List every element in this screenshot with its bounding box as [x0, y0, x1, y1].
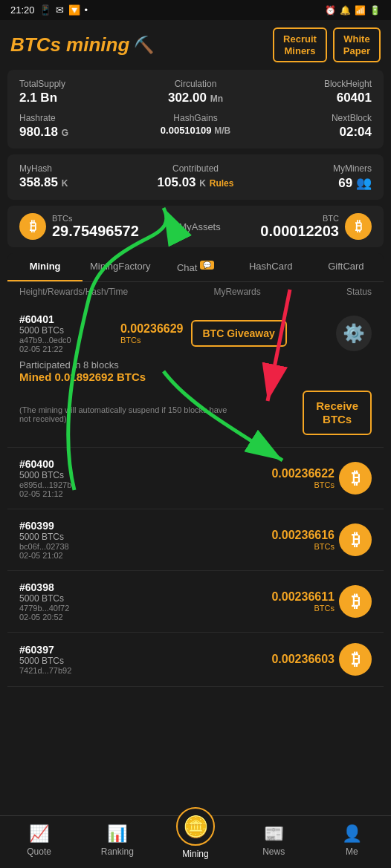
row-btcs-0: 5000 BTCs	[19, 470, 71, 480]
row-hash-3: 7421d...77b92	[19, 666, 71, 675]
recruit-miners-button[interactable]: RecruitMiners	[273, 27, 327, 62]
nav-me-label: Me	[346, 846, 358, 857]
row-num-0: #60400	[19, 458, 71, 470]
bottom-nav: 📈 Quote 📊 Ranking 🪙 Mining 📰 News 👤 Me	[0, 815, 391, 868]
row-amount-1: 0.00236616	[271, 529, 335, 542]
btc-giveaway-button[interactable]: BTC Giveaway	[191, 320, 287, 347]
row-left-0: #60400 5000 BTCs e895d...1927b 02-05 21:…	[19, 458, 71, 498]
nav-me[interactable]: 👤 Me	[313, 824, 391, 857]
my-miners-label: MyMiners	[257, 163, 372, 174]
tab-mining-factory[interactable]: MiningFactory	[83, 253, 158, 281]
nav-news-label: News	[262, 846, 285, 857]
row-hash-2: 4779b...40f72	[19, 604, 69, 613]
news-icon: 📰	[264, 824, 284, 843]
hashrate-stat: Hashrate 980.18 G	[19, 113, 135, 140]
nav-ranking[interactable]: 📊 Ranking	[78, 824, 156, 857]
email-icon: ✉	[56, 4, 64, 16]
tab-giftcard[interactable]: GiftCard	[308, 253, 384, 281]
nav-mining-label: Mining	[182, 849, 208, 859]
my-hash-label: MyHash	[19, 163, 134, 174]
my-hash-section: MyHash 358.85 K Contributed 105.03 K Rul…	[7, 154, 384, 200]
receive-row: (The mining will automatically suspend i…	[19, 391, 372, 435]
giveaway-top: #60401 5000 BTCs a47b9...0edc0 02-05 21:…	[19, 313, 372, 353]
whatsapp-icon: 📱	[39, 4, 51, 16]
total-supply-value: 2.1 Bn	[19, 91, 135, 105]
giveaway-hash: a47b9...0edc0	[19, 336, 71, 345]
alarm-icon: ⏰	[325, 5, 336, 16]
table-col1: Height/Rewards/Hash/Time	[19, 287, 128, 297]
btc-circle-0: ₿	[339, 462, 372, 495]
nav-quote-label: Quote	[27, 846, 51, 857]
my-hash-stat: MyHash 358.85 K	[19, 163, 134, 191]
vpn-icon: 🔽	[68, 4, 80, 16]
white-paper-button[interactable]: WhitePaper	[333, 27, 381, 62]
row-left-1: #60399 5000 BTCs bc06f...02738 02-05 21:…	[19, 520, 69, 560]
row-right-0: 0.00236622 BTCs ₿	[271, 462, 372, 495]
next-block-stat: NextBlock 02:04	[256, 113, 372, 140]
mined-text: Mined 0.01892692 BTCs	[19, 371, 372, 383]
tab-mining[interactable]: Mining	[7, 253, 83, 281]
my-assets-center[interactable]: MyAssets	[178, 221, 220, 232]
btc-circle-2: ₿	[339, 585, 372, 618]
row-btcs-1: 5000 BTCs	[19, 532, 69, 542]
mining-section: #60400 5000 BTCs e895d...1927b 02-05 21:…	[7, 448, 384, 687]
btcs-label: BTCs	[52, 214, 139, 223]
btcs-asset: ₿ BTCs 29.75496572	[19, 213, 139, 240]
signal-icon: 📶	[355, 5, 366, 16]
giveaway-unit: BTCs	[120, 336, 184, 345]
row-time-2: 02-05 20:52	[19, 613, 69, 621]
header-buttons: RecruitMiners WhitePaper	[273, 27, 381, 62]
btcs-icon: ₿	[19, 213, 46, 240]
receive-btcs-button[interactable]: ReceiveBTCs	[303, 391, 372, 435]
btc-circle-1: ₿	[339, 523, 372, 556]
table-row: #60397 5000 BTCs 7421d...77b92 0.0023660…	[7, 633, 384, 687]
row-unit-0: BTCs	[271, 480, 335, 489]
status-time: 21:20	[10, 4, 35, 16]
hash-gains-stat: HashGains 0.00510109 M/B	[138, 113, 253, 140]
battery-icon: 🔋	[369, 5, 381, 16]
status-bar: 21:20 📱 ✉ 🔽 • ⏰ 🔔 📶 🔋	[0, 0, 391, 20]
logo-emoji: ⛏️	[134, 36, 154, 55]
nav-quote[interactable]: 📈 Quote	[0, 824, 78, 857]
table-row: #60398 5000 BTCs 4779b...40f72 02-05 20:…	[7, 571, 384, 633]
hashrate-value: 980.18 G	[19, 125, 135, 140]
stats-section: TotalSupply 2.1 Bn Circulation 302.00 Mn…	[7, 70, 384, 149]
nav-mining[interactable]: 🪙 Mining	[156, 822, 234, 859]
row-btcs-3: 5000 BTCs	[19, 656, 71, 666]
btc-icon: ₿	[345, 213, 372, 240]
stats-grid: TotalSupply 2.1 Bn Circulation 302.00 Mn…	[19, 79, 372, 140]
circulation-value: 302.00 Mn	[138, 91, 253, 105]
nav-news[interactable]: 📰 News	[235, 824, 313, 857]
block-height-value: 60401	[256, 91, 372, 105]
btc-asset: BTC 0.00012203 ₿	[260, 213, 372, 240]
row-unit-2: BTCs	[271, 604, 335, 613]
row-left-2: #60398 5000 BTCs 4779b...40f72 02-05 20:…	[19, 581, 69, 621]
row-amount-2: 0.00236611	[271, 590, 335, 604]
contributed-stat: Contributed 105.03 K Rules	[138, 163, 253, 191]
btcs-value: 29.75496572	[52, 223, 139, 240]
hashrate-label: Hashrate	[19, 113, 135, 123]
row-right-1: 0.00236616 BTCs ₿	[271, 523, 372, 556]
my-hash-grid: MyHash 358.85 K Contributed 105.03 K Rul…	[19, 163, 372, 191]
next-block-value: 02:04	[256, 125, 372, 140]
me-icon: 👤	[342, 824, 362, 843]
suspend-text: (The mining will automatically suspend i…	[19, 405, 235, 423]
total-supply-label: TotalSupply	[19, 79, 135, 89]
row-hash-1: bc06f...02738	[19, 542, 69, 551]
mining-nav-icon: 🪙	[176, 807, 215, 846]
rules-link[interactable]: Rules	[210, 178, 234, 189]
tab-hashcard[interactable]: HashCard	[233, 253, 308, 281]
status-right: ⏰ 🔔 📶 🔋	[325, 5, 381, 16]
table-row: #60399 5000 BTCs bc06f...02738 02-05 21:…	[7, 509, 384, 571]
assets-row: ₿ BTCs 29.75496572 MyAssets BTC 0.000122…	[7, 206, 384, 247]
header: BTCs mining ⛏️ RecruitMiners WhitePaper	[0, 20, 391, 70]
giveaway-time: 02-05 21:22	[19, 345, 71, 353]
next-block-label: NextBlock	[256, 113, 372, 123]
contributed-value: 105.03 K Rules	[138, 175, 253, 190]
row-num-2: #60398	[19, 581, 69, 593]
btc-label: BTC	[260, 214, 339, 223]
giveaway-section: #60401 5000 BTCs a47b9...0edc0 02-05 21:…	[7, 301, 384, 448]
tab-chat[interactable]: Chat 💬	[158, 253, 233, 281]
status-left: 21:20 📱 ✉ 🔽 •	[10, 4, 88, 16]
row-amount-3: 0.00236603	[271, 653, 335, 666]
